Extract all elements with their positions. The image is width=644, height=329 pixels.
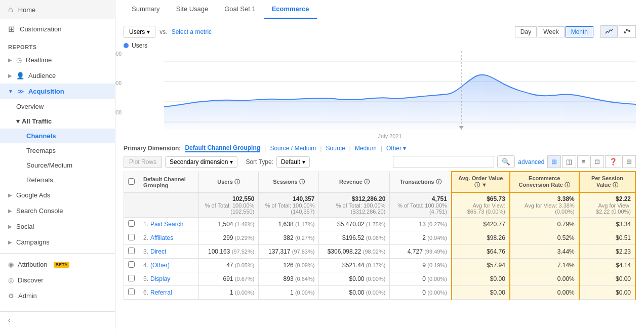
tab-summary[interactable]: Summary [124, 0, 168, 19]
select-all-checkbox[interactable] [128, 178, 135, 185]
table-row: 3.Direct 100,163 (97.52%) 137,317 (97.83… [124, 245, 636, 259]
custom-view-btn[interactable]: ⊟ [622, 155, 636, 168]
attribution-icon: ◉ [8, 261, 14, 268]
list-view-btn[interactable]: ≡ [577, 155, 589, 168]
sidebar-item-audience-label: Audience [28, 72, 56, 79]
campaigns-label: Campaigns [16, 238, 50, 246]
tab-goal-set-1[interactable]: Goal Set 1 [216, 0, 263, 19]
main-content: Summary Site Usage Goal Set 1 Ecommerce … [115, 0, 644, 329]
search-button[interactable]: 🔍 [497, 155, 515, 168]
search-input[interactable] [393, 156, 494, 168]
sidebar-item-realtime[interactable]: ▶ ◷ Realtime [0, 52, 115, 68]
admin-icon: ⚙ [8, 292, 14, 300]
beta-badge: BETA [54, 262, 70, 268]
dim-default-channel[interactable]: Default Channel Grouping [185, 144, 260, 152]
sidebar-item-campaigns[interactable]: ▶ Campaigns [0, 234, 115, 250]
sidebar-collapse-button[interactable]: ‹ [0, 311, 115, 329]
time-btn-day[interactable]: Day [515, 26, 537, 37]
legend-label: Users [132, 42, 147, 49]
channel-link[interactable]: (Other) [150, 262, 170, 269]
sidebar-item-admin[interactable]: ⚙ Admin [0, 288, 115, 304]
advanced-link[interactable]: advanced [518, 158, 544, 166]
sidebar-item-customization[interactable]: ⊞ Customization [0, 19, 115, 39]
chart-container [164, 51, 636, 132]
google-ads-label: Google Ads [16, 191, 50, 199]
sidebar-item-overview[interactable]: Overview [0, 99, 115, 114]
dim-other[interactable]: Other ▾ [386, 145, 406, 152]
sidebar-item-social[interactable]: ▶ Social [0, 219, 115, 234]
chart-area: Users ▾ vs. Select a metric Day Week Mon… [115, 19, 644, 139]
th-per-session[interactable]: Per Session Value ⓘ [579, 172, 635, 192]
grid-view-btn[interactable]: ⊞ [547, 155, 561, 168]
tab-site-usage[interactable]: Site Usage [168, 0, 217, 19]
sidebar-item-google-ads[interactable]: ▶ Google Ads [0, 187, 115, 203]
time-btn-month[interactable]: Month [566, 26, 593, 37]
sidebar-item-treemaps[interactable]: Treemaps [0, 143, 115, 158]
chevron-down-icon: ▾ [147, 28, 150, 35]
sidebar-item-source-medium[interactable]: Source/Medium [0, 158, 115, 173]
th-avg-order[interactable]: Avg. Order Value ⓘ ▼ [452, 172, 510, 192]
sidebar-item-attribution[interactable]: ◉ Attribution BETA [0, 257, 115, 272]
attribution-label: Attribution [18, 261, 48, 268]
primary-dimension-label: Primary Dimension: [124, 145, 181, 152]
totals-conversion-cell: 3.38% Avg for View: 3.38% (0.00%) [510, 192, 579, 218]
data-table: Default Channel Grouping Users ⓘ Session… [124, 171, 636, 300]
sidebar-item-acquisition[interactable]: ▼ ≫ Acquisition [0, 84, 115, 99]
reports-section-label: REPORTS [0, 39, 115, 52]
chart-controls: Users ▾ vs. Select a metric Day Week Mon… [124, 25, 636, 38]
row-checkbox[interactable] [128, 261, 135, 268]
plot-rows-button: Plot Rows [124, 156, 162, 168]
dim-source[interactable]: Source [326, 145, 345, 152]
primary-dimension-row: Primary Dimension: Default Channel Group… [124, 144, 636, 152]
search-console-label: Search Console [16, 207, 63, 215]
totals-checkbox-cell [124, 192, 139, 218]
tab-ecommerce[interactable]: Ecommerce [264, 0, 317, 19]
discover-icon: ◎ [8, 276, 14, 284]
sidebar-item-home[interactable]: ⌂ Home [0, 0, 115, 19]
select-metric-link[interactable]: Select a metric [172, 28, 212, 35]
th-transactions: Transactions ⓘ [390, 172, 452, 192]
legend-dot [124, 43, 129, 48]
sidebar-item-discover[interactable]: ◎ Discover [0, 272, 115, 288]
customization-icon: ⊞ [8, 24, 15, 34]
th-sessions: Sessions ⓘ [259, 172, 319, 192]
secondary-dimension-button[interactable]: Secondary dimension ▾ [165, 156, 237, 168]
sidebar-item-all-traffic[interactable]: ▾All Traffic [0, 114, 115, 129]
expand-icon-audience: ▶ [8, 73, 12, 78]
view-buttons: ⊞ ◫ ≡ ⊡ ❓ ⊟ [547, 155, 636, 168]
chart-x-label: July 2021 [144, 133, 636, 139]
th-revenue: Revenue ⓘ [319, 172, 390, 192]
expand-icon-search-console: ▶ [8, 208, 12, 214]
sidebar-item-search-console[interactable]: ▶ Search Console [0, 203, 115, 219]
sidebar-item-audience[interactable]: ▶ 👤 Audience [0, 68, 115, 84]
channel-link[interactable]: Affiliates [150, 234, 173, 241]
chart-type-buttons [600, 25, 636, 38]
compare-view-btn[interactable]: ◫ [562, 155, 576, 168]
row-checkbox[interactable] [128, 234, 135, 240]
sort-type-button[interactable]: Default ▾ [276, 156, 310, 168]
help-view-btn[interactable]: ❓ [605, 155, 621, 168]
time-btn-week[interactable]: Week [538, 26, 564, 37]
channel-link[interactable]: Display [150, 275, 170, 282]
sidebar-item-realtime-label: Realtime [26, 56, 52, 64]
sidebar-item-channels[interactable]: Channels [0, 129, 115, 143]
dim-medium[interactable]: Medium [355, 145, 377, 152]
row-checkbox[interactable] [128, 248, 135, 254]
row-checkbox[interactable] [128, 220, 135, 227]
row-checkbox[interactable] [128, 275, 135, 281]
sidebar-item-referrals[interactable]: Referrals [0, 173, 115, 187]
th-conversion-rate[interactable]: Ecommerce Conversion Rate ⓘ [510, 172, 579, 192]
metric-button[interactable]: Users ▾ [124, 26, 155, 38]
channel-link[interactable]: Referral [150, 289, 172, 296]
expand-icon: ▶ [8, 57, 12, 63]
expand-icon-google-ads: ▶ [8, 192, 12, 198]
channel-link[interactable]: Paid Search [150, 221, 183, 228]
pivot-view-btn[interactable]: ⊡ [590, 155, 604, 168]
dim-source-medium[interactable]: Source / Medium [270, 145, 316, 152]
sidebar: ⌂ Home ⊞ Customization REPORTS ▶ ◷ Realt… [0, 0, 115, 329]
row-checkbox[interactable] [128, 289, 135, 295]
scatter-chart-btn[interactable] [619, 25, 636, 38]
channel-link[interactable]: Direct [150, 248, 166, 255]
dim-controls-row: Plot Rows Secondary dimension ▾ Sort Typ… [124, 155, 636, 168]
line-chart-btn[interactable] [600, 25, 618, 38]
